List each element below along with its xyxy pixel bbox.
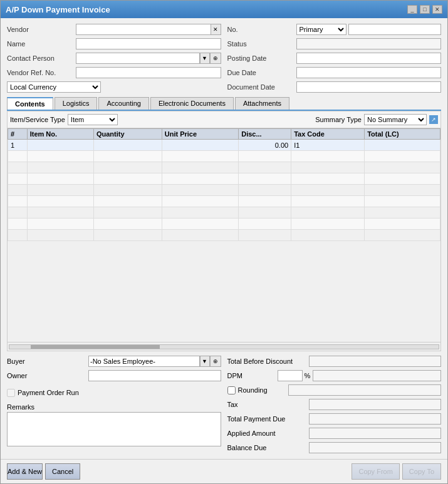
dpm-input[interactable]: 100 — [278, 370, 303, 381]
table-row — [8, 185, 440, 196]
status-row: Status Open — [227, 38, 442, 50]
posting-date-row: Posting Date 28.04.21 — [227, 52, 442, 64]
form-left: Vendor ✕ Name Contact Person ▼ ⊕ — [7, 23, 221, 93]
dpm-pct: % — [305, 372, 311, 379]
cell-disc: 0.00 — [239, 140, 291, 151]
summary-type-select[interactable]: No Summary — [364, 114, 427, 125]
due-date-label: Due Date — [227, 69, 296, 76]
owner-row: Owner — [7, 369, 221, 382]
payment-order-checkbox[interactable] — [7, 389, 15, 397]
status-label: Status — [227, 40, 296, 48]
tab-accounting[interactable]: Accounting — [98, 97, 148, 110]
vendor-ref-label: Vendor Ref. No. — [7, 69, 76, 76]
scrollbar-thumb[interactable] — [31, 345, 160, 349]
no-label: No. — [227, 26, 296, 33]
close-button[interactable]: ✕ — [432, 5, 442, 14]
buyer-input-wrap: ▼ ⊕ — [88, 356, 221, 367]
footer-right: Copy From Copy To — [352, 463, 441, 480]
items-table: # Item No. Quantity Unit Price Disc... T… — [8, 128, 440, 241]
contact-person-label: Contact Person — [7, 54, 76, 62]
name-label: Name — [7, 40, 76, 48]
dpm-row: DPM 100 % — [227, 369, 442, 382]
document-date-label: Document Date — [227, 83, 296, 91]
tab-contents[interactable]: Contents — [7, 97, 53, 110]
posting-date-label: Posting Date — [227, 54, 296, 62]
bottom-section: Buyer ▼ ⊕ Owner Payment Order Run R — [7, 355, 441, 454]
cancel-button[interactable]: Cancel — [45, 463, 80, 480]
rounding-checkbox[interactable] — [227, 386, 236, 394]
remarks-label: Remarks — [7, 403, 221, 411]
tab-logistics[interactable]: Logistics — [55, 97, 98, 110]
total-before-discount-input — [309, 356, 442, 367]
table-row — [8, 207, 440, 219]
form-right: No. Primary 1 Status Open Posting Date 2… — [227, 23, 442, 93]
table-row — [8, 162, 440, 173]
cell-item-no[interactable] — [27, 140, 93, 151]
table-row — [8, 196, 440, 207]
copy-to-button[interactable]: Copy To — [402, 463, 441, 480]
table-row — [8, 230, 440, 241]
contact-person-input[interactable] — [76, 53, 200, 64]
contact-person-dropdown-button[interactable]: ▼ — [200, 53, 210, 64]
table-scroll-container[interactable]: # Item No. Quantity Unit Price Disc... T… — [8, 128, 440, 342]
currency-select[interactable]: Local Currency — [7, 81, 101, 93]
posting-date-input[interactable]: 28.04.21 — [296, 53, 442, 64]
dpm-label: DPM — [227, 372, 278, 379]
status-input: Open — [296, 38, 442, 49]
table-row — [8, 219, 440, 230]
remarks-textarea[interactable] — [7, 412, 221, 446]
header-form: Vendor ✕ Name Contact Person ▼ ⊕ — [7, 23, 441, 93]
bottom-right: Total Before Discount DPM 100 % Rounding… — [227, 355, 442, 454]
buyer-input[interactable] — [88, 356, 200, 367]
scrollbar-track[interactable] — [9, 344, 439, 349]
no-input[interactable]: 1 — [348, 24, 442, 35]
maximize-button[interactable]: □ — [420, 5, 430, 14]
document-date-input[interactable]: 28.04.21 — [296, 81, 442, 93]
bottom-left: Buyer ▼ ⊕ Owner Payment Order Run R — [7, 355, 221, 454]
vendor-input[interactable] — [76, 24, 211, 35]
contact-person-info-button[interactable]: ⊕ — [210, 53, 221, 64]
copy-to-label: Copy To — [409, 468, 434, 475]
contact-person-wrap: ▼ ⊕ — [76, 53, 221, 64]
applied-amount-row: Applied Amount — [227, 427, 442, 440]
due-date-input[interactable] — [296, 67, 442, 78]
data-table-wrapper: # Item No. Quantity Unit Price Disc... T… — [7, 128, 441, 342]
payment-order-row: Payment Order Run — [7, 386, 221, 399]
vendor-input-wrap: ✕ — [76, 24, 221, 35]
table-controls-right: Summary Type No Summary ↗ — [315, 114, 438, 125]
table-row[interactable]: 1 0.00 I1 — [8, 140, 440, 151]
table-row — [8, 151, 440, 162]
minimize-button[interactable]: _ — [407, 5, 417, 14]
col-num: # — [8, 129, 28, 140]
col-disc: Disc... — [239, 129, 291, 140]
total-payment-due-input: GBP 0.00 — [309, 413, 442, 425]
name-input[interactable] — [76, 38, 221, 49]
cell-unit-price[interactable] — [162, 140, 238, 151]
footer-left: Add & New Cancel — [7, 463, 80, 480]
col-total: Total (LC) — [365, 129, 440, 140]
cell-quantity[interactable] — [93, 140, 162, 151]
buyer-info-button[interactable]: ⊕ — [210, 356, 221, 367]
expand-table-icon[interactable]: ↗ — [429, 115, 438, 124]
horizontal-scrollbar[interactable] — [7, 342, 441, 351]
copy-from-button[interactable]: Copy From — [352, 463, 399, 480]
rounding-row: Rounding GBP 0.00 — [227, 384, 442, 396]
document-date-row: Document Date 28.04.21 — [227, 81, 442, 93]
no-row: No. Primary 1 — [227, 23, 442, 36]
footer: Add & New Cancel Copy From Copy To — [1, 459, 447, 483]
item-service-type-select[interactable]: Item — [68, 114, 118, 125]
tab-electronic-documents[interactable]: Electronic Documents — [150, 97, 234, 110]
no-type-select[interactable]: Primary — [296, 24, 346, 35]
copy-from-label: Copy From — [358, 468, 392, 475]
tax-row: Tax — [227, 398, 442, 411]
buyer-dropdown-button[interactable]: ▼ — [200, 356, 210, 367]
vendor-ref-row: Vendor Ref. No. — [7, 66, 221, 79]
tab-attachments[interactable]: Attachments — [235, 97, 289, 110]
owner-input[interactable] — [88, 370, 221, 381]
contact-person-row: Contact Person ▼ ⊕ — [7, 52, 221, 64]
add-new-button[interactable]: Add & New — [7, 463, 43, 480]
vendor-clear-button[interactable]: ✕ — [211, 24, 221, 35]
balance-due-label: Balance Due — [227, 444, 309, 451]
cell-tax-code[interactable]: I1 — [291, 140, 365, 151]
vendor-ref-input[interactable] — [76, 67, 221, 78]
